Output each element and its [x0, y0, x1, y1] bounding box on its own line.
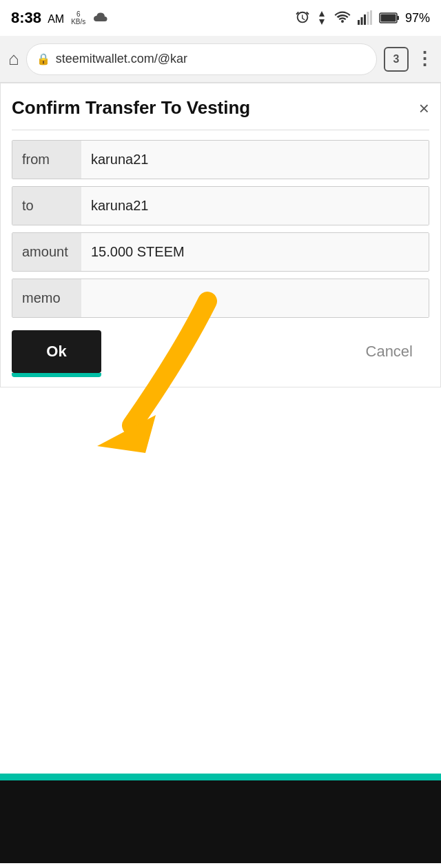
- battery-icon: [379, 11, 400, 25]
- status-left: 8:38 AM 6 KB/s: [11, 9, 109, 27]
- teal-bottom-bar: [0, 774, 441, 780]
- svg-rect-4: [364, 14, 366, 25]
- svg-marker-0: [319, 11, 325, 17]
- from-row: from karuna21: [12, 140, 429, 179]
- to-value: karuna21: [81, 187, 429, 225]
- status-bar: 8:38 AM 6 KB/s: [0, 0, 441, 36]
- signal-icon: [357, 10, 373, 26]
- lock-icon: 🔒: [37, 52, 50, 65]
- to-row: to karuna21: [12, 186, 429, 225]
- amount-label: amount: [12, 233, 81, 271]
- android-nav-bar: [0, 780, 441, 863]
- svg-rect-9: [380, 14, 396, 22]
- page-content: Confirm Transfer To Vesting × from karun…: [0, 83, 441, 863]
- to-label: to: [12, 187, 81, 225]
- amount-row: amount 15.000 STEEM: [12, 232, 429, 272]
- svg-rect-2: [358, 20, 360, 25]
- svg-rect-5: [367, 12, 369, 25]
- url-bar[interactable]: 🔒 steemitwallet.com/@kar: [26, 43, 377, 75]
- from-value: karuna21: [81, 141, 429, 179]
- memo-value: [81, 279, 429, 317]
- cancel-button[interactable]: Cancel: [349, 330, 429, 373]
- home-button[interactable]: ⌂: [8, 48, 19, 70]
- browser-bar: ⌂ 🔒 steemitwallet.com/@kar 3 ⋮: [0, 36, 441, 83]
- status-right: 97%: [295, 10, 430, 26]
- wifi-icon: [334, 10, 351, 26]
- status-time: 8:38 AM: [11, 9, 64, 27]
- dialog-title: Confirm Transfer To Vesting: [12, 97, 250, 119]
- amount-value: 15.000 STEEM: [81, 233, 429, 271]
- svg-rect-8: [397, 16, 399, 20]
- data-icon: [316, 10, 328, 26]
- svg-rect-6: [370, 10, 372, 25]
- empty-area: [0, 387, 441, 774]
- dialog-divider: [12, 130, 429, 130]
- url-text: steemitwallet.com/@kar: [56, 52, 367, 66]
- memo-label: memo: [12, 279, 81, 317]
- cloud-icon: [90, 11, 109, 25]
- network-speed: 6 KB/s: [71, 10, 85, 26]
- from-label: from: [12, 141, 81, 179]
- more-menu-button[interactable]: ⋮: [416, 48, 433, 70]
- battery-percentage: 97%: [405, 11, 430, 26]
- tab-count[interactable]: 3: [384, 47, 409, 72]
- svg-rect-3: [360, 17, 362, 25]
- alarm-icon: [295, 10, 310, 26]
- svg-marker-1: [319, 19, 325, 25]
- dialog-actions: Ok Cancel: [12, 330, 429, 373]
- dialog-header: Confirm Transfer To Vesting ×: [12, 97, 429, 119]
- confirm-transfer-dialog: Confirm Transfer To Vesting × from karun…: [0, 83, 441, 387]
- memo-row: memo: [12, 279, 429, 318]
- ok-button[interactable]: Ok: [12, 330, 101, 373]
- close-button[interactable]: ×: [419, 99, 429, 117]
